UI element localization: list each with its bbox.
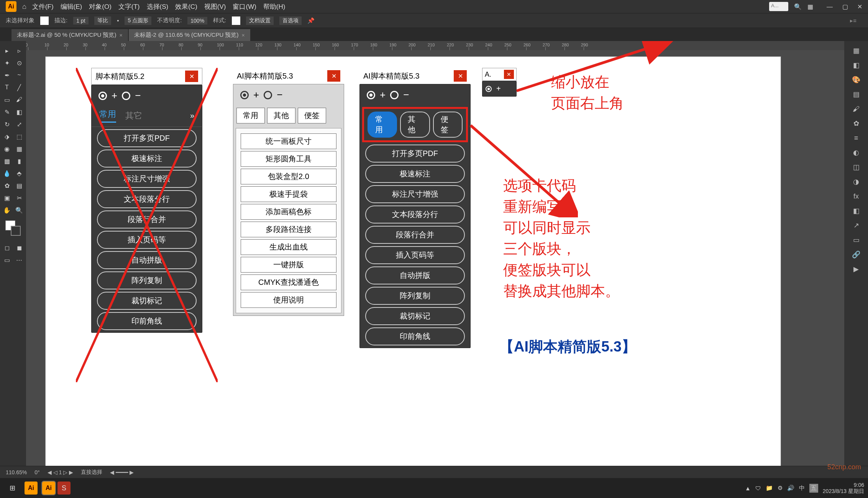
graph-tool[interactable]: ▤ <box>13 180 25 191</box>
rotate-value[interactable]: 0° <box>34 469 39 475</box>
draw-mode-behind[interactable]: ◼ <box>13 242 25 253</box>
doc-setup-button[interactable]: 文档设置 <box>246 16 274 25</box>
taskbar-illustrator-icon[interactable]: Ai <box>25 482 38 495</box>
panel-b-tab-notes[interactable]: 便签 <box>298 108 326 123</box>
color-panel-icon[interactable]: 🎨 <box>850 73 863 86</box>
tray-ime-block[interactable]: 五 <box>809 484 818 493</box>
script-button[interactable]: 使用说明 <box>241 292 336 308</box>
radio-off-icon[interactable] <box>390 91 399 99</box>
eraser-tool[interactable]: ◧ <box>13 106 25 118</box>
script-button[interactable]: 极速手提袋 <box>241 186 336 202</box>
system-clock[interactable]: 9:06 2023/8/13 星期日 <box>823 482 864 494</box>
radio-on-icon[interactable] <box>98 92 107 100</box>
transparency-panel-icon[interactable]: ◫ <box>850 161 863 174</box>
eyedropper-tool[interactable]: 💧 <box>1 168 13 179</box>
radio-off-icon[interactable] <box>264 91 272 99</box>
corner-dropdown[interactable]: 5 点圆形 <box>125 16 151 25</box>
layers-panel-icon[interactable]: ◧ <box>850 204 863 217</box>
draw-mode-normal[interactable]: ◻ <box>1 242 13 253</box>
home-icon[interactable]: ⌂ <box>22 3 26 11</box>
panel-c-tab-common[interactable]: 常用 <box>368 112 397 138</box>
script-button[interactable]: 生成出血线 <box>241 239 336 255</box>
tray-volume-icon[interactable]: 🔊 <box>787 485 794 491</box>
script-button[interactable]: 自动拼版 <box>365 266 465 284</box>
stroke-color-swatch[interactable] <box>11 226 21 236</box>
asset-export-panel-icon[interactable]: ↗ <box>850 219 863 232</box>
script-button[interactable]: 阵列复制 <box>365 287 465 305</box>
symbol-tool[interactable]: ✿ <box>1 180 13 191</box>
taskbar-illustrator-active-icon[interactable]: Ai <box>42 482 55 495</box>
panel-c-close-button[interactable]: ✕ <box>454 70 467 82</box>
chevron-right-icon[interactable]: » <box>190 111 194 120</box>
edit-tools[interactable]: ⋯ <box>13 254 25 266</box>
panel-b-tab-common[interactable]: 常用 <box>236 108 265 123</box>
scale-tool[interactable]: ⤢ <box>13 118 25 130</box>
stroke-weight-field[interactable]: 1 pt <box>73 17 89 25</box>
script-button[interactable]: 印前角线 <box>97 312 197 330</box>
script-button[interactable]: 打开多页PDF <box>97 129 197 147</box>
document-tab[interactable]: 未标题-2.ai @ 50 % (CMYK/CPU 预览)× <box>11 29 128 41</box>
radio-off-icon[interactable] <box>122 92 130 100</box>
script-button[interactable]: 矩形圆角工具 <box>241 151 336 167</box>
menu-item[interactable]: 文件(F) <box>32 3 54 10</box>
screen-mode[interactable]: ▭ <box>1 254 13 266</box>
minimize-button[interactable]: — <box>827 3 833 10</box>
script-button[interactable]: 裁切标记 <box>365 307 465 325</box>
script-button[interactable]: 插入页码等 <box>97 231 197 249</box>
canvas-area[interactable]: 0102030405060708090100110120130140150160… <box>26 41 844 466</box>
mesh-tool[interactable]: ▩ <box>1 155 13 167</box>
width-tool[interactable]: ⬗ <box>1 131 13 142</box>
direct-select-tool[interactable]: ▹ <box>13 45 25 56</box>
magic-wand-tool[interactable]: ✦ <box>1 57 13 69</box>
swatches-panel-icon[interactable]: ▤ <box>850 88 863 101</box>
panel-c-tab-other[interactable]: 其他 <box>400 112 430 138</box>
menu-item[interactable]: 选择(S) <box>147 3 169 10</box>
script-button[interactable]: 极速标注 <box>365 165 465 183</box>
script-button[interactable]: 段落行合并 <box>97 210 197 228</box>
document-tab[interactable]: 未标题-2 @ 110.65 % (CMYK/CPU 预览)× <box>129 29 250 41</box>
links-panel-icon[interactable]: 🔗 <box>850 248 863 261</box>
script-button[interactable]: 自动拼版 <box>97 251 197 269</box>
script-button[interactable]: 统一画板尺寸 <box>241 133 336 149</box>
zoom-tool[interactable]: 🔍 <box>13 204 25 216</box>
script-button[interactable]: 多段路径连接 <box>241 222 336 237</box>
script-button[interactable]: 添加画稿色标 <box>241 204 336 220</box>
top-search-field[interactable]: A... <box>769 2 788 11</box>
style-swatch[interactable] <box>232 16 240 25</box>
free-transform-tool[interactable]: ⬚ <box>13 131 25 142</box>
panel-a-tab-common[interactable]: 常用 <box>99 108 116 123</box>
script-button[interactable]: 包装盒型2.0 <box>241 169 336 184</box>
script-button[interactable]: 阵列复制 <box>97 271 197 289</box>
close-icon[interactable]: × <box>119 32 122 38</box>
layout-icon[interactable]: ▦ <box>807 3 813 10</box>
pen-tool[interactable]: ✒ <box>1 69 13 81</box>
menu-item[interactable]: 视图(V) <box>204 3 226 10</box>
stroke-panel-icon[interactable]: ≡ <box>850 131 863 145</box>
blend-tool[interactable]: ⬘ <box>13 168 25 179</box>
artboard-nav[interactable]: ◀ ◁ 1 ▷ ▶ <box>48 469 73 475</box>
start-button[interactable]: ⊞ <box>4 480 21 496</box>
graphic-styles-panel-icon[interactable]: fx <box>850 190 863 203</box>
hand-tool[interactable]: ✋ <box>1 204 13 216</box>
script-button[interactable]: 裁切标记 <box>97 292 197 310</box>
tray-icon[interactable]: ⚙ <box>778 485 783 491</box>
menu-item[interactable]: 对象(O) <box>89 3 112 10</box>
script-button[interactable]: 一键拼版 <box>241 257 336 273</box>
script-button[interactable]: 插入页码等 <box>365 246 465 264</box>
panel-a-close-button[interactable]: ✕ <box>185 71 198 82</box>
menu-item[interactable]: 帮助(H) <box>263 3 286 10</box>
script-button[interactable]: 文本段落分行 <box>365 205 465 224</box>
tray-icon[interactable]: ▲ <box>745 485 751 491</box>
script-button[interactable]: 印前角线 <box>365 327 465 345</box>
appearance-panel-icon[interactable]: ◑ <box>850 175 863 188</box>
panel-a-tab-other[interactable]: 其它 <box>125 110 142 122</box>
maximize-button[interactable]: ▢ <box>842 3 848 10</box>
slice-tool[interactable]: ✂ <box>13 192 25 204</box>
play-icon[interactable]: ▶ <box>850 263 863 276</box>
panel-c-tab-notes[interactable]: 便签 <box>433 112 463 138</box>
artboards-panel-icon[interactable]: ▭ <box>850 233 863 247</box>
rect-tool[interactable]: ▭ <box>1 94 13 105</box>
radio-on-icon[interactable] <box>367 91 375 99</box>
zoom-level[interactable]: 110.65% <box>6 469 27 475</box>
symbols-panel-icon[interactable]: ✿ <box>850 117 863 130</box>
